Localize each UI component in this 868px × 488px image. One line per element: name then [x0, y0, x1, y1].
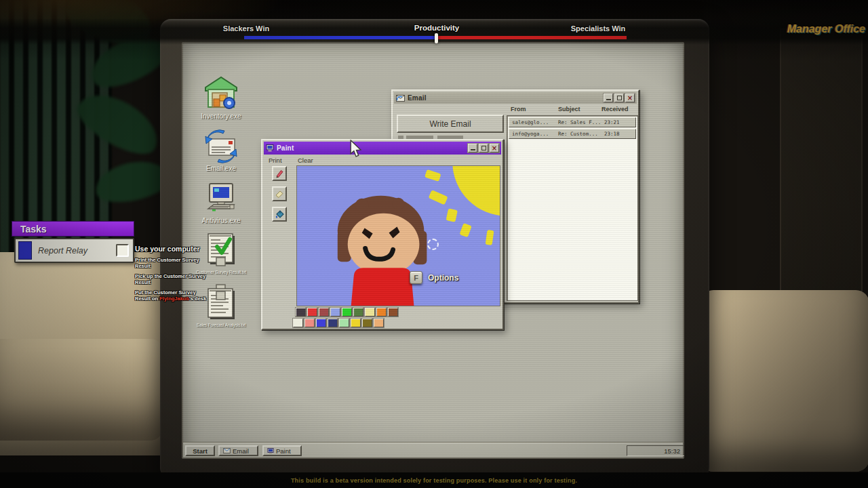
close-button[interactable]: × — [490, 144, 499, 152]
minimize-button[interactable] — [604, 94, 613, 102]
email-row[interactable]: info@yoga... Re: Custom... 23:18 — [509, 129, 636, 139]
eraser-icon — [275, 189, 284, 199]
productivity-bar-red — [437, 36, 627, 39]
task-item-report-relay[interactable]: Report Relay — [14, 238, 134, 263]
interact-prompt: F Options — [410, 271, 458, 284]
email-received: 23:18 — [604, 129, 634, 138]
desktop-icon-email[interactable]: Email.exe — [191, 129, 252, 172]
paint-canvas[interactable] — [296, 165, 500, 306]
color-swatch[interactable] — [304, 319, 315, 327]
color-swatch[interactable] — [293, 319, 303, 327]
minimize-icon — [606, 99, 611, 100]
paint-app-icon — [267, 448, 274, 454]
objective-line: Put the Customer Survey Result on Flying… — [135, 290, 212, 302]
maximize-icon — [481, 146, 486, 150]
location-label: Manager Office — [770, 23, 865, 35]
column-header-subject: Subject — [558, 106, 580, 113]
color-swatch[interactable] — [388, 308, 398, 317]
objectives-list: Use your computer Print the Customer Sur… — [135, 245, 212, 306]
warehouse-icon — [203, 75, 239, 111]
maximize-icon — [617, 96, 622, 100]
icon-label: Antivirus.exe — [191, 217, 252, 224]
menu-print[interactable]: Print — [269, 157, 282, 164]
eraser-tool-button[interactable] — [272, 186, 287, 201]
beta-disclaimer-text: This build is a beta version intended so… — [291, 477, 577, 484]
color-swatch[interactable] — [316, 319, 326, 327]
icon-label: Email.exe — [191, 165, 252, 172]
envelope-icon — [223, 448, 231, 453]
close-icon: × — [490, 144, 498, 152]
window-controls: × — [604, 94, 635, 102]
color-swatch[interactable] — [339, 319, 349, 327]
color-swatch[interactable] — [342, 308, 352, 317]
objective-line: Print the Customer Survey Result — [135, 258, 212, 269]
fill-tool-button[interactable] — [272, 207, 287, 222]
color-swatch[interactable] — [296, 308, 306, 317]
minimize-button[interactable] — [468, 144, 477, 152]
mouse-cursor — [350, 140, 362, 158]
productivity-bar-blue — [244, 36, 437, 39]
email-subject: Re: Custom... — [558, 129, 603, 138]
color-swatch[interactable] — [353, 308, 363, 317]
mail-sync-icon — [203, 129, 239, 163]
desktop-icon-antivirus[interactable]: Antivirus.exe — [191, 182, 252, 224]
color-swatch[interactable] — [330, 308, 340, 317]
window-controls: × — [468, 144, 499, 152]
task-name: Report Relay — [38, 246, 116, 256]
envelope-icon — [396, 95, 405, 102]
taskbar-item-label: Paint — [276, 447, 291, 455]
column-header-received: Received — [601, 106, 629, 113]
objective-target-name: FlyingJakob — [159, 296, 189, 302]
taskbar: Start Email Paint 15:32 — [183, 443, 683, 458]
email-subject: Re: Sales F... — [558, 118, 603, 127]
taskbar-item-email[interactable]: Email — [218, 445, 258, 456]
taskbar-item-paint[interactable]: Paint — [262, 445, 302, 456]
computer-screen: Inventory.exe Email.exe — [182, 42, 684, 459]
productivity-marker — [435, 33, 438, 43]
paint-app-icon — [266, 144, 274, 152]
retro-computer-icon — [203, 182, 239, 216]
taskbar-clock: 15:32 — [627, 445, 684, 456]
start-button[interactable]: Start — [185, 445, 215, 456]
column-header-from: From — [511, 106, 526, 113]
color-swatch[interactable] — [351, 319, 361, 327]
color-swatch[interactable] — [328, 319, 338, 327]
desktop-icon-inventory[interactable]: Inventory.exe — [191, 75, 252, 120]
color-swatch[interactable] — [376, 308, 387, 317]
email-from: sales@glo... — [512, 118, 555, 127]
maximize-button[interactable] — [479, 144, 488, 152]
couch-right — [700, 290, 868, 472]
close-button[interactable]: × — [625, 94, 635, 102]
color-swatch[interactable] — [319, 308, 329, 317]
prompt-label: Options — [428, 273, 458, 283]
keyboard-key-icon: F — [410, 271, 422, 284]
maximize-button[interactable] — [614, 94, 624, 102]
email-received: 23:21 — [604, 118, 634, 127]
tasks-panel-header: Tasks — [12, 221, 134, 237]
task-checkbox[interactable] — [116, 244, 129, 257]
email-window-titlebar[interactable]: Email × — [394, 92, 637, 104]
hud-top-strip — [0, 19, 868, 45]
color-swatch[interactable] — [374, 319, 384, 327]
productivity-label: Productivity — [396, 24, 477, 32]
task-color-chip — [18, 241, 32, 260]
color-swatch[interactable] — [307, 308, 317, 317]
paint-window-titlebar[interactable]: Paint × — [264, 142, 501, 155]
email-window-title: Email — [408, 94, 427, 102]
color-swatch[interactable] — [365, 308, 375, 317]
crosshair-reticle — [427, 239, 439, 250]
disclaimer-bar: This build is a beta version intended so… — [0, 472, 868, 488]
email-row[interactable]: sales@glo... Re: Sales F... 23:21 — [509, 117, 636, 127]
objective-heading: Use your computer — [135, 245, 212, 253]
color-swatch[interactable] — [362, 319, 372, 327]
paint-window: Paint × Print Clear — [261, 139, 504, 330]
objective-text: 's desk — [189, 296, 206, 302]
paint-window-title: Paint — [277, 144, 294, 152]
menu-clear[interactable]: Clear — [298, 157, 313, 164]
canvas-drawing — [297, 166, 500, 306]
close-icon: × — [626, 94, 634, 102]
write-email-button[interactable]: Write Email — [397, 115, 504, 133]
pencil-tool-button[interactable] — [272, 166, 287, 181]
minimize-icon — [471, 149, 475, 150]
slackers-win-label: Slackers Win — [205, 24, 287, 33]
